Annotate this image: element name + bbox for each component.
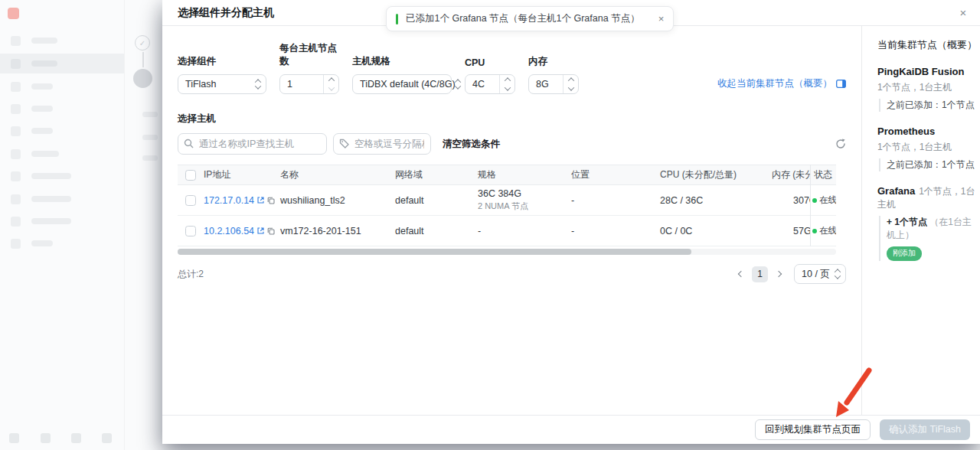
dock-icon <box>71 433 81 443</box>
host-status: 在线 <box>819 194 836 206</box>
col-location: 位置 <box>571 168 660 181</box>
step-up-icon[interactable] <box>564 75 578 84</box>
col-name: 名称 <box>280 168 395 181</box>
cluster-summary-panel: 当前集群节点（概要） PingKaiDB Fusion 1个节点，1台主机 之前… <box>861 26 980 415</box>
sidebar-icon <box>11 217 21 227</box>
confirm-add-tiflash-button[interactable]: 确认添加 TiFlash <box>880 419 970 440</box>
page-size-select[interactable]: 10 / 页 <box>794 264 846 284</box>
col-spec: 规格 <box>478 168 571 181</box>
component-meta: 1个节点，1台主机 <box>877 81 980 94</box>
field-nodes-per-host: 每台主机节点数 1 <box>279 42 339 94</box>
modal-main: 选择组件 TiFlash 每台主机节点数 1 <box>162 26 861 415</box>
component-form: 选择组件 TiFlash 每台主机节点数 1 <box>178 42 846 94</box>
refresh-icon[interactable] <box>835 139 846 149</box>
component-select[interactable]: TiFlash <box>178 74 266 94</box>
page-size-value: 10 / 页 <box>802 268 830 281</box>
sidebar-item-placeholder <box>0 144 124 164</box>
prev-page-icon[interactable] <box>737 270 745 278</box>
row-checkbox[interactable] <box>185 226 196 236</box>
nodes-per-host-label: 每台主机节点数 <box>279 42 339 68</box>
step-down-icon[interactable] <box>500 84 514 93</box>
next-page-icon[interactable] <box>775 270 782 278</box>
copy-icon[interactable] <box>267 227 275 235</box>
sidebar-item-placeholder <box>0 99 124 119</box>
horizontal-scrollbar[interactable] <box>178 249 836 255</box>
search-icon <box>184 139 194 148</box>
copy-icon[interactable] <box>267 197 275 204</box>
sidebar-item-placeholder <box>0 77 124 96</box>
hosts-table: IP地址 名称 网络域 规格 位置 CPU (未分配/总量) 内存 (未分配/总… <box>178 165 836 246</box>
component-meta: 1个节点，1台主机 <box>877 141 980 154</box>
sidebar-icon <box>11 82 21 92</box>
host-cpu: 28C / 36C <box>660 195 772 206</box>
host-ip-link[interactable]: 10.2.106.54 <box>204 226 254 236</box>
host-search-field <box>178 133 327 155</box>
memory-stepper[interactable]: 8G <box>528 74 579 94</box>
app-logo <box>8 8 19 19</box>
host-spec: - <box>478 226 571 236</box>
back-to-plan-button[interactable]: 回到规划集群节点页面 <box>755 419 871 440</box>
select-hosts-label: 选择主机 <box>178 112 846 126</box>
total-count: 总计:2 <box>178 268 204 281</box>
online-dot-icon <box>812 229 817 233</box>
current-page-button[interactable]: 1 <box>752 266 768 282</box>
scrollbar-thumb[interactable] <box>178 249 691 255</box>
field-memory: 内存 8G <box>528 55 579 94</box>
host-spec-select[interactable]: TiDBX default (4C/8G) <box>352 74 452 94</box>
host-ip-link[interactable]: 172.17.0.14 <box>204 195 254 206</box>
host-name: wushiliang_tls2 <box>280 195 395 206</box>
pagination-row: 总计:2 1 10 / 页 <box>178 264 846 284</box>
select-chevrons-icon <box>835 269 840 279</box>
cpu-stepper[interactable]: 4C <box>465 74 515 94</box>
sidebar-item-placeholder <box>0 121 124 141</box>
tag-icon <box>339 139 349 148</box>
dock-icon <box>41 433 51 443</box>
success-toast: 已添加1个 Grafana 节点（每台主机1个 Grafana 节点） × <box>386 6 674 31</box>
table-row[interactable]: 10.2.106.54 vm172-16-201-151 default - - <box>178 216 836 246</box>
host-domain: default <box>395 226 478 236</box>
sidebar-icon <box>11 126 21 136</box>
nodes-per-host-value: 1 <box>280 79 323 90</box>
sidebar-item-placeholder <box>0 189 124 209</box>
summary-item-grafana: Grafana1个节点，1台主机 + 1个节点 （在1台主机上） 刚添加 <box>877 185 980 261</box>
host-domain: default <box>395 195 478 206</box>
sidebar-icon <box>11 171 21 181</box>
collapse-cluster-summary-link[interactable]: 收起当前集群节点（概要） <box>717 77 846 90</box>
external-link-icon[interactable] <box>257 197 264 204</box>
previously-added: 之前已添加：1个节点 <box>879 158 980 171</box>
host-location: - <box>571 226 660 236</box>
host-spec: 36C 384G <box>478 188 571 199</box>
host-name: vm172-16-201-151 <box>280 226 395 236</box>
step-up-icon[interactable] <box>500 75 514 84</box>
field-component: 选择组件 TiFlash <box>178 55 266 94</box>
component-name: PingKaiDB Fusion <box>877 66 980 77</box>
previously-added: 之前已添加：1个节点 <box>879 99 980 112</box>
sidebar-icon <box>11 36 21 46</box>
summary-title: 当前集群节点（概要） <box>877 38 980 52</box>
clear-filters-button[interactable]: 清空筛选条件 <box>443 138 500 151</box>
host-cpu: 0C / 0C <box>660 226 772 236</box>
nodes-per-host-stepper[interactable]: 1 <box>279 74 339 94</box>
dock-icon <box>9 433 19 443</box>
hosts-filter-row: 清空筛选条件 <box>178 133 846 155</box>
component-value: TiFlash <box>185 79 217 90</box>
toast-close-icon[interactable]: × <box>658 13 665 24</box>
just-added-badge: 刚添加 <box>887 246 922 261</box>
added-nodes: + 1个节点 <box>887 217 927 227</box>
table-row[interactable]: 172.17.0.14 wushiliang_tls2 default 36C … <box>178 185 836 216</box>
host-spec-value: TiDBX default (4C/8G) <box>360 79 456 90</box>
select-chevrons-icon <box>456 79 460 90</box>
status-pinned-column: 状态 在线 在线 <box>810 165 836 246</box>
step-up-icon[interactable] <box>324 75 338 84</box>
memory-value: 8G <box>529 79 563 90</box>
row-checkbox[interactable] <box>185 195 196 206</box>
select-all-checkbox[interactable] <box>185 170 196 181</box>
sidebar-item-placeholder <box>0 233 124 253</box>
step-down-icon[interactable] <box>324 84 338 93</box>
sidebar-item-placeholder <box>0 211 124 231</box>
external-link-icon[interactable] <box>257 227 264 234</box>
host-search-input[interactable] <box>178 133 327 155</box>
step-down-icon[interactable] <box>564 84 578 93</box>
modal-close-icon[interactable]: × <box>956 5 971 21</box>
col-ip: IP地址 <box>204 168 280 181</box>
